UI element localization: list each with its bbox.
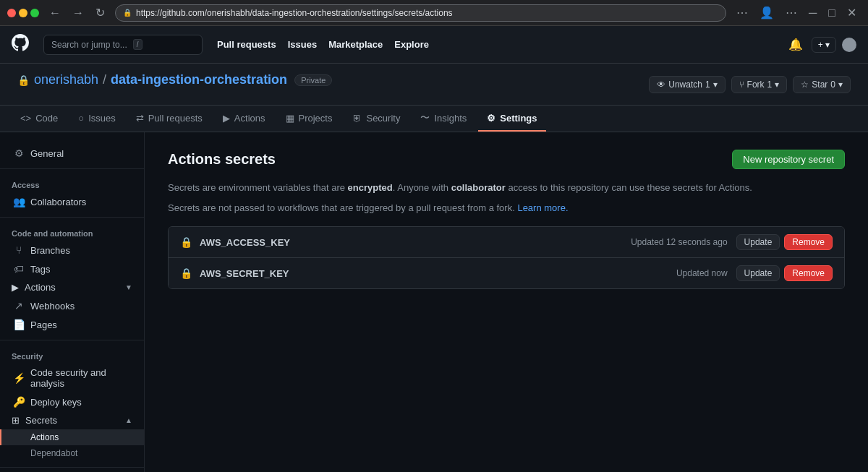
secret-actions-1: Update Remove bbox=[736, 234, 833, 250]
address-bar[interactable]: 🔒 https://github.com/onerishabh/data-ing… bbox=[115, 4, 726, 22]
private-badge: Private bbox=[294, 74, 332, 86]
sidebar-tags-label: Tags bbox=[30, 264, 50, 275]
update-secret-1-button[interactable]: Update bbox=[736, 234, 780, 250]
reload-button[interactable]: ↻ bbox=[91, 4, 109, 21]
tab-settings[interactable]: ⚙ Settings bbox=[478, 106, 545, 132]
repo-name-link[interactable]: data-ingestion-orchestration bbox=[111, 72, 287, 87]
browser-navigation: ← → ↻ bbox=[45, 4, 109, 21]
search-placeholder: Search or jump to... bbox=[51, 40, 127, 50]
collaborator-text: collaborator bbox=[451, 182, 506, 193]
settings-sidebar: ⚙ General Access 👥 Collaborators Code an… bbox=[0, 132, 145, 472]
update-secret-2-button[interactable]: Update bbox=[736, 265, 780, 281]
sidebar-item-general[interactable]: ⚙ General bbox=[0, 144, 144, 163]
unwatch-button[interactable]: 👁 Unwatch 1 ▾ bbox=[649, 76, 725, 93]
sidebar-secrets-left: ⊞ Secrets bbox=[12, 415, 57, 426]
general-icon: ⚙ bbox=[13, 147, 25, 159]
secret-lock-icon-2: 🔒 bbox=[180, 267, 192, 279]
learn-more-link[interactable]: Learn more. bbox=[517, 202, 568, 213]
pages-icon: 📄 bbox=[13, 319, 25, 330]
maximize-window-button[interactable] bbox=[30, 9, 39, 17]
sidebar-item-actions[interactable]: ▶ Actions ▼ bbox=[0, 278, 144, 296]
secret-name-1: AWS_ACCESS_KEY bbox=[200, 237, 631, 248]
more-button[interactable]: ⋯ bbox=[781, 4, 801, 21]
code-security-icon: ⚡ bbox=[13, 372, 25, 384]
deploy-keys-icon: 🔑 bbox=[13, 396, 25, 408]
description-line1: Secrets are environment variables that a… bbox=[168, 181, 845, 195]
tab-security[interactable]: ⛨ Security bbox=[344, 106, 409, 132]
avatar[interactable] bbox=[842, 38, 856, 52]
sidebar-item-deploy-keys[interactable]: 🔑 Deploy keys bbox=[0, 392, 144, 411]
minimize-browser-button[interactable]: ─ bbox=[804, 4, 821, 21]
nav-marketplace[interactable]: Marketplace bbox=[328, 39, 383, 50]
back-button[interactable]: ← bbox=[45, 4, 65, 21]
branches-icon: ⑂ bbox=[13, 244, 25, 256]
profile-button[interactable]: 👤 bbox=[755, 4, 778, 21]
secret-item-aws-access-key: 🔒 AWS_ACCESS_KEY Updated 12 seconds ago … bbox=[169, 227, 844, 258]
webhooks-icon: ↗ bbox=[13, 300, 25, 312]
sidebar-item-secrets[interactable]: ⊞ Secrets ▲ bbox=[0, 411, 144, 429]
sidebar-security-section: Security bbox=[0, 346, 144, 364]
unwatch-count: 1 bbox=[705, 80, 710, 90]
nav-pull-requests[interactable]: Pull requests bbox=[217, 39, 276, 50]
security-icon: ⛨ bbox=[352, 113, 362, 124]
actions-icon: ▶ bbox=[223, 113, 230, 124]
sidebar-pages-label: Pages bbox=[30, 319, 57, 330]
sidebar-sub-item-actions[interactable]: Actions bbox=[0, 429, 144, 445]
sidebar-deploy-keys-label: Deploy keys bbox=[30, 397, 82, 408]
sidebar-sub-dependabot-label: Dependabot bbox=[30, 448, 77, 458]
sidebar-general-label: General bbox=[30, 148, 64, 159]
fork-button[interactable]: ⑂ Fork 1 ▾ bbox=[731, 76, 788, 93]
github-logo[interactable] bbox=[12, 34, 29, 56]
tab-pull-requests[interactable]: ⇄ Pull requests bbox=[127, 106, 211, 132]
remove-secret-1-button[interactable]: Remove bbox=[784, 234, 833, 250]
sidebar-item-webhooks[interactable]: ↗ Webhooks bbox=[0, 296, 144, 315]
close-browser-button[interactable]: ✕ bbox=[843, 4, 861, 21]
eye-icon: 👁 bbox=[657, 80, 665, 90]
sidebar-item-branches[interactable]: ⑂ Branches bbox=[0, 241, 144, 259]
tab-code[interactable]: <> Code bbox=[12, 106, 67, 132]
search-input[interactable]: Search or jump to... / bbox=[43, 35, 203, 55]
tab-insights[interactable]: 〜 Insights bbox=[412, 106, 475, 132]
repo-tabs: <> Code ○ Issues ⇄ Pull requests ▶ Actio… bbox=[0, 106, 868, 132]
sidebar-item-code-security[interactable]: ⚡ Code security and analysis bbox=[0, 364, 144, 392]
secret-lock-icon-1: 🔒 bbox=[180, 236, 192, 248]
github-nav: Pull requests Issues Marketplace Explore bbox=[217, 39, 429, 50]
sidebar-sub-item-dependabot[interactable]: Dependabot bbox=[0, 445, 144, 461]
fork-chevron-icon: ▾ bbox=[775, 80, 779, 90]
sidebar-item-tags[interactable]: 🏷 Tags bbox=[0, 259, 144, 278]
insights-icon: 〜 bbox=[420, 111, 430, 124]
tab-projects[interactable]: ▦ Projects bbox=[277, 106, 341, 132]
notifications-button[interactable]: 🔔 bbox=[786, 35, 806, 54]
new-secret-button[interactable]: New repository secret bbox=[732, 150, 845, 169]
sidebar-collaborators-label: Collaborators bbox=[30, 197, 86, 207]
restore-browser-button[interactable]: □ bbox=[824, 4, 840, 21]
nav-issues[interactable]: Issues bbox=[288, 39, 317, 50]
sidebar-item-collaborators[interactable]: 👥 Collaborators bbox=[0, 192, 144, 211]
tags-icon: 🏷 bbox=[13, 263, 25, 275]
unwatch-chevron-icon: ▾ bbox=[713, 80, 718, 90]
create-new-button[interactable]: + ▾ bbox=[812, 37, 836, 53]
star-count: 0 bbox=[830, 80, 835, 90]
sidebar-divider-2 bbox=[0, 217, 144, 218]
nav-explore[interactable]: Explore bbox=[394, 39, 429, 50]
sidebar-item-pages[interactable]: 📄 Pages bbox=[0, 315, 144, 334]
repo-actions: 👁 Unwatch 1 ▾ ⑂ Fork 1 ▾ ☆ Star 0 ▾ bbox=[649, 76, 851, 93]
github-header: Search or jump to... / Pull requests Iss… bbox=[0, 26, 868, 64]
unwatch-label: Unwatch bbox=[668, 80, 702, 90]
browser-chrome: ← → ↻ 🔒 https://github.com/onerishabh/da… bbox=[0, 0, 868, 26]
main-content: ⚙ General Access 👥 Collaborators Code an… bbox=[0, 132, 868, 472]
sidebar-code-security-label: Code security and analysis bbox=[30, 367, 132, 389]
star-button[interactable]: ☆ Star 0 ▾ bbox=[793, 76, 851, 93]
extensions-button[interactable]: ⋯ bbox=[732, 4, 752, 21]
repo-owner-link[interactable]: onerishabh bbox=[34, 72, 98, 87]
description-line2: Secrets are not passed to workflows that… bbox=[168, 201, 845, 215]
remove-secret-2-button[interactable]: Remove bbox=[784, 265, 833, 281]
sidebar-secrets-label: Secrets bbox=[25, 415, 57, 426]
tab-issues[interactable]: ○ Issues bbox=[69, 106, 124, 132]
close-window-button[interactable] bbox=[7, 9, 16, 17]
forward-button[interactable]: → bbox=[68, 4, 88, 21]
secrets-chevron-icon: ▲ bbox=[125, 416, 132, 424]
sidebar-branches-label: Branches bbox=[30, 245, 70, 256]
tab-actions[interactable]: ▶ Actions bbox=[214, 106, 274, 132]
minimize-window-button[interactable] bbox=[19, 9, 27, 17]
